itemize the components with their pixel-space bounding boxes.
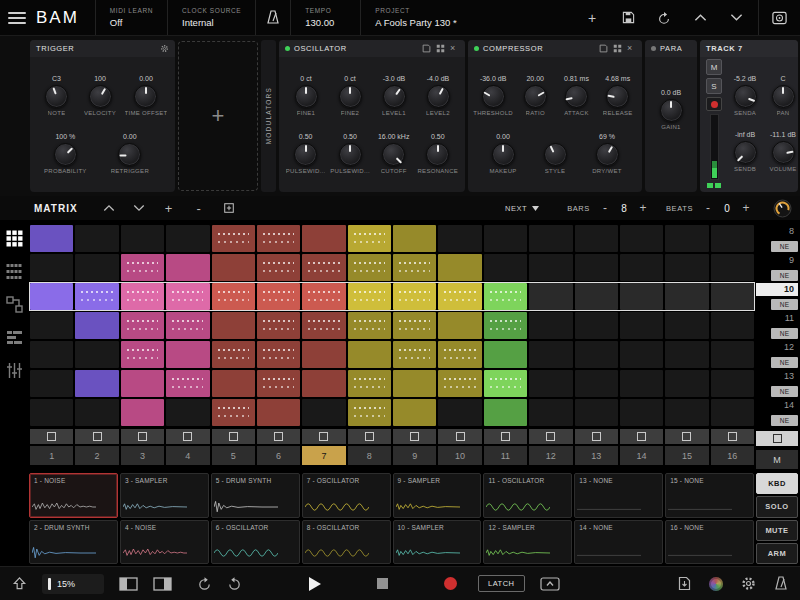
arrange-view-icon[interactable] [6,329,23,346]
column-checkbox-7[interactable] [302,429,345,444]
clip-cell-empty[interactable] [711,225,754,252]
knob-level2[interactable]: -4.0 dBLEVEL2 [419,75,457,116]
beats-increment-button[interactable]: + [737,200,755,216]
device-enabled-dot[interactable] [474,46,479,51]
knob-dial[interactable] [524,85,547,108]
knob-dial[interactable] [295,85,318,108]
column-number-12[interactable]: 12 [529,446,572,465]
clip-cell-empty[interactable] [575,370,618,397]
clip-cell-filled[interactable] [302,225,345,252]
column-number-2[interactable]: 2 [75,446,118,465]
clip-cell-empty[interactable] [30,312,73,339]
column-checkbox-1[interactable] [30,429,73,444]
clip-cell-empty[interactable] [665,254,708,281]
column-checkbox-9[interactable] [393,429,436,444]
clip-cell-empty[interactable] [75,254,118,281]
grid-view-icon[interactable] [613,44,622,53]
clip-cell-filled[interactable] [348,312,391,339]
track-cell-11[interactable]: 11 - OSCILLATOR [483,473,572,518]
scene-number[interactable]: 11 [756,312,798,325]
knob-fine2[interactable]: 0 ctFINE2 [331,75,369,116]
clip-cell-filled[interactable] [257,254,300,281]
column-checkbox-15[interactable] [665,429,708,444]
scene-duplicate-button[interactable] [216,199,242,217]
bars-increment-button[interactable]: + [634,200,652,216]
clip-cell-filled[interactable] [348,341,391,368]
color-wheel-icon[interactable] [709,577,723,591]
clip-cell-empty[interactable] [665,225,708,252]
knob-dry-wet[interactable]: 69 %DRY/WET [588,133,626,174]
project-control[interactable]: PROJECT A Fools Party 130 * [360,0,470,35]
clip-cell-filled[interactable] [121,370,164,397]
arm-button[interactable]: ARM [756,543,798,564]
macro-knob-icon[interactable] [773,199,792,218]
clip-cell-empty[interactable] [484,225,527,252]
knob-dial[interactable] [294,143,317,166]
knob-dial[interactable] [482,85,505,108]
column-number-15[interactable]: 15 [665,446,708,465]
scene-next-button[interactable]: NE [771,386,798,397]
clip-cell-filled[interactable] [393,312,436,339]
clip-cell-filled[interactable] [438,341,481,368]
knob-senda[interactable]: -5.2 dBSENDA [726,75,764,116]
latch-mode-icon[interactable] [540,577,560,591]
clip-cell-filled[interactable] [166,341,209,368]
clip-cell-empty[interactable] [75,341,118,368]
clip-cell-filled[interactable] [121,341,164,368]
column-number-16[interactable]: 16 [711,446,754,465]
layout-left-icon[interactable] [119,577,138,591]
column-checkbox-16[interactable] [711,429,754,444]
track-cell-16[interactable]: 16 - NONE [665,520,754,565]
solo-button[interactable]: SOLO [756,496,798,517]
knob-dial[interactable] [660,99,683,122]
beats-decrement-button[interactable]: - [699,200,717,216]
preset-save-icon[interactable] [599,44,608,53]
clip-cell-filled[interactable] [75,283,118,310]
clip-cell-empty[interactable] [121,225,164,252]
knob-resonance[interactable]: 0.50RESONANCE [417,133,458,174]
track-cell-9[interactable]: 9 - SAMPLER [393,473,482,518]
add-device-slot[interactable]: + [178,41,258,191]
knob-dial[interactable] [339,143,362,166]
knob-time-offset[interactable]: 0.00TIME OFFSET [125,75,168,116]
undo-icon[interactable] [197,576,212,591]
clip-cell-filled[interactable] [257,399,300,426]
master-output-icon[interactable] [758,0,800,35]
mute-button[interactable]: M [706,59,722,75]
clip-cell-empty[interactable] [575,312,618,339]
clip-cell-empty[interactable] [75,399,118,426]
clip-cell-filled[interactable] [484,370,527,397]
master-column-label[interactable]: M [756,450,798,469]
knob-makeup[interactable]: 0.00MAKEUP [484,133,522,174]
save-icon[interactable] [620,10,636,26]
clip-cell-filled[interactable] [393,225,436,252]
scene-add-button[interactable]: + [156,199,182,217]
clip-cell-empty[interactable] [620,341,663,368]
record-button[interactable] [444,577,457,590]
clip-cell-filled[interactable] [257,283,300,310]
stop-button[interactable] [377,578,388,589]
settings-gear-icon[interactable] [741,576,756,591]
knob-dial[interactable] [382,143,405,166]
clip-cell-empty[interactable] [711,370,754,397]
clip-cell-filled[interactable] [121,312,164,339]
clip-cell-filled[interactable] [438,283,481,310]
column-checkbox-14[interactable] [620,429,663,444]
clip-cell-empty[interactable] [30,254,73,281]
column-checkbox-8[interactable] [348,429,391,444]
track-record-button[interactable] [706,97,722,111]
scene-number[interactable]: 12 [756,341,798,354]
clip-cell-empty[interactable] [665,370,708,397]
column-checkbox-2[interactable] [75,429,118,444]
grid-view-icon[interactable] [436,44,445,53]
add-icon[interactable]: + [584,10,600,26]
clip-cell-filled[interactable] [30,283,73,310]
knob-dial[interactable] [772,85,795,108]
track-cell-7[interactable]: 7 - OSCILLATOR [302,473,391,518]
clip-cell-empty[interactable] [665,283,708,310]
column-number-6[interactable]: 6 [257,446,300,465]
clip-cell-empty[interactable] [438,399,481,426]
knob-style[interactable]: STYLE [536,133,574,174]
clip-cell-filled[interactable] [75,370,118,397]
chevron-up-icon[interactable] [692,10,708,26]
